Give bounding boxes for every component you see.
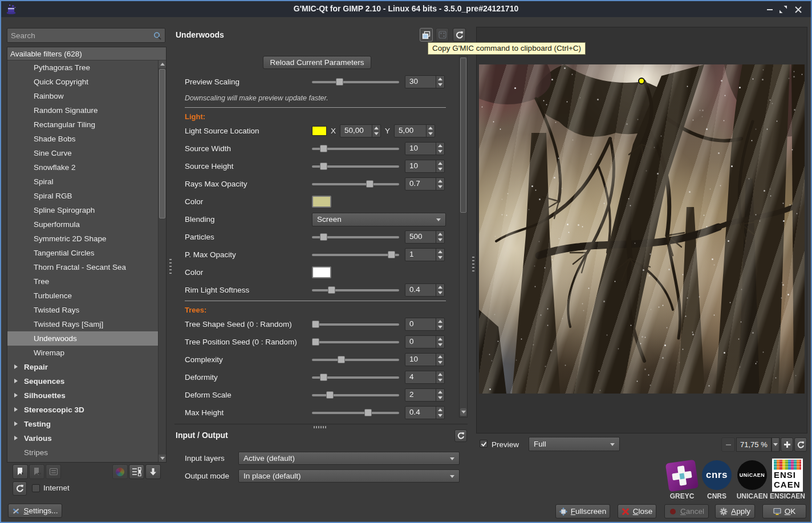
light-color-swatch[interactable] [312,126,327,136]
spin-down-button[interactable] [436,413,444,419]
apply-button[interactable]: Apply [715,504,755,518]
spin-up-button[interactable] [436,407,444,413]
filter-list-item[interactable]: Turbulence [7,289,158,303]
zoom-percent-value[interactable]: 71,75 % [736,437,772,452]
spinbox-value[interactable]: 1 [405,249,436,261]
param-slider[interactable] [312,409,399,416]
slider-groove[interactable] [312,394,399,396]
spin-down-button[interactable] [436,325,444,331]
color-swatch-button[interactable] [312,266,331,278]
param-spinbox[interactable]: 0.4 [405,283,445,297]
spinbox-value[interactable]: 10 [405,160,436,172]
param-slider[interactable] [312,286,399,294]
filter-list-item[interactable]: Twisted Rays [Samj] [7,317,158,331]
expander-triangle-icon[interactable] [14,364,18,369]
spinbox-value[interactable]: 500 [405,231,436,243]
slider-handle[interactable] [320,145,327,152]
filter-list-item[interactable]: Stripes [7,445,158,460]
remove-fave-button[interactable] [29,464,44,479]
filter-list-item[interactable]: Rainbow [7,89,158,103]
expander-triangle-icon[interactable] [14,393,18,398]
spin-down-button[interactable] [436,395,444,402]
param-spinbox[interactable]: 500 [405,230,445,244]
spin-up-button[interactable] [436,178,444,184]
param-spinbox[interactable]: 0 [405,318,445,331]
spinbox-value[interactable]: 10 [405,143,436,155]
param-combobox[interactable]: Screen [312,213,446,226]
slider-handle[interactable] [366,180,373,188]
filter-list-item[interactable]: Snowflake 2 [7,160,158,175]
filter-category-row[interactable]: Various [7,431,158,445]
reset-zoom-button[interactable] [794,437,807,452]
param-spinbox[interactable]: 30 [405,75,445,88]
filter-list-item[interactable]: Thorn Fractal - Secant Sea [7,260,158,274]
param-spinbox[interactable]: 1 [405,248,445,261]
output-mode-combobox[interactable]: In place (default) [238,469,460,483]
update-filters-button[interactable] [13,481,27,496]
spinbox-value[interactable]: 5,00 [395,125,426,137]
spinbox-value[interactable]: 10 [405,354,436,366]
internet-checkbox[interactable] [32,484,40,492]
ok-button[interactable]: OK [762,504,806,518]
preview-mode-combobox[interactable]: Full [529,437,620,451]
expander-triangle-icon[interactable] [14,421,18,426]
expander-triangle-icon[interactable] [14,407,18,412]
slider-groove[interactable] [312,254,399,256]
spinbox-value[interactable]: 2 [405,389,436,401]
param-slider[interactable] [312,321,399,328]
filter-category-row[interactable]: Silhouettes [7,388,158,403]
param-slider[interactable] [312,163,399,170]
spin-down-button[interactable] [427,131,435,137]
scrollbar-thumb[interactable] [159,69,165,218]
spin-up-button[interactable] [436,284,444,290]
close-window-button[interactable] [793,5,803,14]
filter-list-item[interactable]: Pythagoras Tree [7,60,158,75]
param-slider[interactable] [312,374,399,381]
spin-down-button[interactable] [436,342,444,348]
param-scrollbar[interactable] [459,56,468,417]
param-spinbox[interactable]: 0.7 [405,177,445,190]
spinbox-value[interactable]: 0 [405,336,436,348]
spin-up-button[interactable] [436,160,444,167]
spin-up-button[interactable] [372,125,380,131]
input-layers-combobox[interactable]: Active (default) [238,452,460,465]
filter-list-item[interactable]: Spiral [7,175,158,189]
filter-list-item[interactable]: Quick Copyright [7,75,158,89]
zoom-percent-dropdown[interactable] [772,437,779,452]
reset-parameters-button[interactable] [453,28,466,42]
left-splitter-handle[interactable] [169,259,172,274]
spin-up-button[interactable] [436,336,444,342]
spin-down-button[interactable] [436,378,444,384]
light-source-marker[interactable] [638,78,645,84]
param-spinbox[interactable]: 10 [405,353,445,366]
scroll-down-button[interactable] [460,408,466,416]
spinbox-value[interactable]: 50,00 [340,125,372,137]
scroll-down-button[interactable] [159,455,166,462]
y-spinbox[interactable]: 5,00 [394,124,435,137]
slider-handle[interactable] [336,78,343,86]
cancel-button[interactable]: Cancel [664,504,709,518]
expander-triangle-icon[interactable] [14,379,18,383]
param-spinbox[interactable]: 0.4 [405,406,445,419]
spinbox-value[interactable]: 30 [405,76,436,88]
filter-list-scrollbar[interactable] [158,60,166,462]
spinbox-value[interactable]: 0.7 [405,178,436,190]
slider-handle[interactable] [364,409,372,416]
spin-up-button[interactable] [436,371,444,378]
zoom-out-button[interactable] [721,437,735,452]
title-bar[interactable]: G'MIC-Qt for GIMP 2.10 - Linux 64 bits -… [1,1,811,17]
copy-command-button[interactable] [420,28,433,42]
spin-up-button[interactable] [436,249,444,255]
slider-groove[interactable] [312,289,399,291]
spin-down-button[interactable] [436,184,444,190]
color-swatch-button[interactable] [312,196,331,208]
filter-list-item[interactable]: Rectangular Tiling [7,117,158,132]
slider-handle[interactable] [320,163,327,170]
minimize-button[interactable] [765,5,774,14]
slider-groove[interactable] [312,183,399,185]
filter-list-item[interactable]: Sine Curve [7,146,158,160]
settings-button[interactable]: Settings... [8,504,62,518]
slider-handle[interactable] [326,391,334,399]
param-slider[interactable] [312,251,399,258]
slider-handle[interactable] [320,233,327,241]
